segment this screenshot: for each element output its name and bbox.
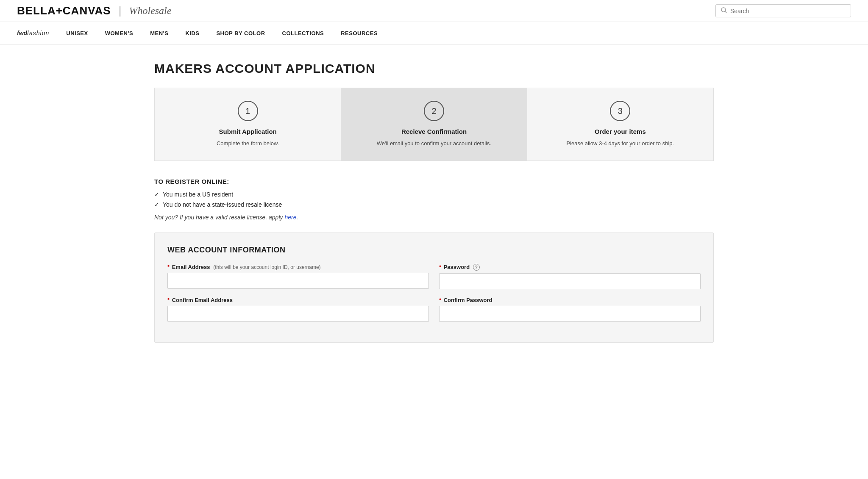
main-content: MAKERS ACCOUNT APPLICATION 1 Submit Appl… [137,44,731,360]
form-row-2: * Confirm Email Address * Confirm Passwo… [167,297,701,322]
checkmark-icon-1: ✓ [154,191,159,198]
note-text-main: Not you? If you have a valid resale lice… [154,214,283,221]
nav-item-womens[interactable]: WOMEN'S [97,22,142,44]
form-group-confirm-password: * Confirm Password [439,297,701,322]
required-star-password: * [439,264,441,270]
step-card-2: 2 Recieve Confirmation We'll email you t… [341,88,527,161]
steps-row: 1 Submit Application Complete the form b… [154,88,714,161]
confirm-password-input[interactable] [439,306,701,322]
step-number-1: 1 [238,101,258,121]
form-group-confirm-email: * Confirm Email Address [167,297,429,322]
page-title: MAKERS ACCOUNT APPLICATION [154,61,714,76]
step-desc-1: Complete the form below. [217,139,279,148]
form-group-email: * Email Address (this will be your accou… [167,264,429,289]
svg-line-1 [725,11,726,13]
confirm-password-label: * Confirm Password [439,297,701,303]
checkmark-icon-2: ✓ [154,201,159,208]
confirm-email-input[interactable] [167,306,429,322]
step-desc-3: Please allow 3-4 days for your order to … [567,139,674,148]
step-title-2: Recieve Confirmation [401,128,467,135]
password-input[interactable] [439,273,701,289]
header: BELLA+CANVAS | Wholesale [0,0,868,22]
email-label-note: (this will be your account login ID, or … [213,264,320,270]
password-label: * Password ? [439,264,701,271]
step-desc-2: We'll email you to confirm your account … [377,139,491,148]
nav-item-mens[interactable]: MEN'S [142,22,177,44]
email-label-text: Email Address [172,264,210,270]
form-group-password: * Password ? [439,264,701,289]
note-link[interactable]: here [284,214,296,221]
form-section-title: WEB ACCOUNT INFORMATION [167,246,701,255]
confirm-email-label: * Confirm Email Address [167,297,429,303]
nav-item-collections[interactable]: COLLECTIONS [274,22,333,44]
nav-item-unisex[interactable]: UNISEX [58,22,96,44]
nav-item-fwd-fashion[interactable]: fwdfashion [17,22,58,44]
register-item-2: ✓ You do not have a state-issued resale … [154,201,714,208]
confirm-email-label-text: Confirm Email Address [172,297,233,303]
register-item-2-text: You do not have a state-issued resale li… [163,201,282,208]
required-star-confirm-email: * [167,297,170,303]
note-text: Not you? If you have a valid resale lice… [154,214,714,221]
search-icon [721,7,727,14]
logo-wholesale: Wholesale [129,5,171,17]
register-item-1: ✓ You must be a US resident [154,191,714,198]
required-star-email: * [167,264,170,270]
nav-item-shop-by-color[interactable]: SHOP BY COLOR [208,22,273,44]
email-label: * Email Address (this will be your accou… [167,264,429,270]
register-item-1-text: You must be a US resident [163,191,233,198]
form-row-1: * Email Address (this will be your accou… [167,264,701,289]
step-title-1: Submit Application [219,128,277,135]
main-nav: fwdfashion UNISEX WOMEN'S MEN'S KIDS SHO… [0,22,868,44]
step-number-3: 3 [610,101,630,121]
password-label-text: Password [444,264,470,270]
nav-item-kids[interactable]: KIDS [177,22,208,44]
confirm-password-label-text: Confirm Password [444,297,492,303]
note-end: . [296,214,298,221]
help-icon[interactable]: ? [473,264,480,271]
logo-brand: BELLA+CANVAS [17,4,111,17]
email-input[interactable] [167,273,429,289]
logo-area: BELLA+CANVAS | Wholesale [17,4,171,17]
nav-item-resources[interactable]: RESOURCES [332,22,386,44]
register-title: TO REGISTER ONLINE: [154,178,714,185]
step-card-3: 3 Order your items Please allow 3-4 days… [527,88,713,161]
search-bar[interactable] [715,4,851,17]
register-section: TO REGISTER ONLINE: ✓ You must be a US r… [154,178,714,221]
form-section: WEB ACCOUNT INFORMATION * Email Address … [154,233,714,343]
logo-divider: | [119,4,122,17]
required-star-confirm-password: * [439,297,441,303]
step-card-1: 1 Submit Application Complete the form b… [155,88,341,161]
search-input[interactable] [730,8,846,14]
step-title-3: Order your items [595,128,646,135]
step-number-2: 2 [424,101,444,121]
